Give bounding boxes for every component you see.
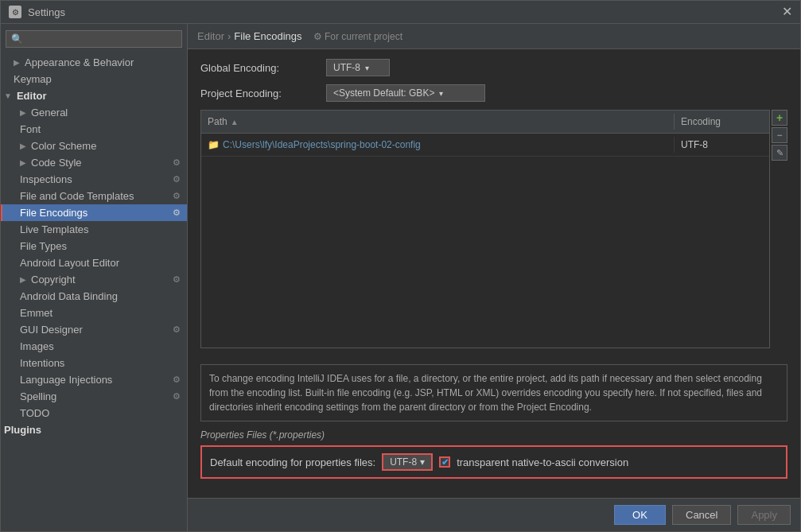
sidebar-item-label: Editor xyxy=(17,90,47,102)
sidebar-item-label: Spelling xyxy=(20,390,56,402)
settings-icon: ⚙ xyxy=(173,324,181,335)
sidebar-item-label: TODO xyxy=(20,407,49,419)
close-button[interactable]: ✕ xyxy=(782,6,792,18)
chevron-right-icon: ▶ xyxy=(20,275,26,284)
table-action-buttons: + − ✎ xyxy=(772,110,787,356)
project-encoding-row: Project Encoding: <System Default: GBK> … xyxy=(200,84,787,102)
sidebar-item-label: Plugins xyxy=(4,424,41,436)
sidebar-item-label: Images xyxy=(20,340,54,352)
sidebar-item-gui-designer[interactable]: GUI Designer ⚙ xyxy=(1,321,187,338)
encoding-value: UTF-8 xyxy=(681,139,708,150)
sidebar-item-keymap[interactable]: Keymap xyxy=(1,71,187,87)
breadcrumb-current: File Encodings xyxy=(234,30,301,42)
sidebar-item-font[interactable]: Font xyxy=(1,121,187,138)
sidebar-item-label: Intentions xyxy=(20,357,64,369)
sidebar-item-language-injections[interactable]: Language Injections ⚙ xyxy=(1,371,187,388)
project-encoding-value: <System Default: GBK> xyxy=(333,87,434,99)
sort-icon: ▲ xyxy=(231,118,239,126)
sidebar-item-color-scheme[interactable]: ▶ Color Scheme xyxy=(1,138,187,154)
sidebar-item-label: Live Templates xyxy=(20,223,88,235)
settings-icon: ⚙ xyxy=(173,191,181,201)
checkmark-icon: ✔ xyxy=(441,457,449,468)
sidebar-item-android-data-binding[interactable]: Android Data Binding xyxy=(1,288,187,305)
sidebar-item-label: Appearance & Behavior xyxy=(25,56,134,68)
global-encoding-value: UTF-8 xyxy=(333,62,360,73)
title-bar: ⚙ Settings ✕ xyxy=(1,1,800,24)
sidebar-item-label: Android Layout Editor xyxy=(20,257,119,269)
chevron-right-icon: ▶ xyxy=(20,142,26,150)
breadcrumb-parent: Editor xyxy=(197,30,224,42)
encodings-table: Path ▲ Encoding 📁 C:\Users\lfy\IdeaProje… xyxy=(200,110,770,348)
properties-encoding-dropdown[interactable]: UTF-8 ▾ xyxy=(382,453,433,471)
settings-icon: ⚙ xyxy=(173,391,181,402)
sidebar-item-file-encodings[interactable]: File Encodings ⚙ xyxy=(1,204,187,221)
add-row-button[interactable]: + xyxy=(772,110,787,126)
title-bar-left: ⚙ Settings xyxy=(9,6,65,18)
sidebar-item-android-layout-editor[interactable]: Android Layout Editor xyxy=(1,254,187,271)
sidebar-item-todo[interactable]: TODO xyxy=(1,405,187,421)
sidebar-item-label: Keymap xyxy=(14,73,52,85)
project-encoding-dropdown[interactable]: <System Default: GBK> ▾ xyxy=(326,84,485,102)
properties-section: Properties Files (*.properties) Default … xyxy=(200,429,787,479)
panel-header: Editor › File Encodings ⚙ For current pr… xyxy=(188,24,800,49)
table-row[interactable]: 📁 C:\Users\lfy\IdeaProjects\spring-boot-… xyxy=(201,134,769,157)
sidebar-item-plugins[interactable]: Plugins xyxy=(1,421,187,438)
sidebar-item-editor[interactable]: ▼ Editor xyxy=(1,87,187,104)
path-cell: 📁 C:\Users\lfy\IdeaProjects\spring-boot-… xyxy=(201,137,674,153)
sidebar: ▶ Appearance & Behavior Keymap ▼ Editor … xyxy=(1,24,188,531)
table-header: Path ▲ Encoding xyxy=(201,111,769,134)
sidebar-item-live-templates[interactable]: Live Templates xyxy=(1,221,187,238)
edit-row-button[interactable]: ✎ xyxy=(772,145,787,161)
sidebar-item-label: File Types xyxy=(20,240,67,252)
transparent-label: transparent native-to-ascii conversion xyxy=(457,456,628,468)
path-header-label: Path xyxy=(208,116,227,127)
sidebar-item-label: Inspections xyxy=(20,173,72,185)
cancel-button[interactable]: Cancel xyxy=(672,505,731,525)
description-content: To change encoding IntelliJ IDEA uses fo… xyxy=(209,373,762,413)
encoding-cell: UTF-8 xyxy=(674,137,769,153)
content-area: ▶ Appearance & Behavior Keymap ▼ Editor … xyxy=(1,24,800,531)
settings-icon: ⚙ xyxy=(173,157,181,168)
window-title: Settings xyxy=(28,6,65,18)
sidebar-item-appearance[interactable]: ▶ Appearance & Behavior xyxy=(1,54,187,71)
properties-row: Default encoding for properties files: U… xyxy=(200,445,787,479)
sidebar-item-general[interactable]: ▶ General xyxy=(1,104,187,121)
encoding-header-label: Encoding xyxy=(681,116,721,127)
properties-encoding-value: UTF-8 xyxy=(390,456,417,468)
sidebar-item-file-code-templates[interactable]: File and Code Templates ⚙ xyxy=(1,188,187,204)
dropdown-arrow-icon: ▾ xyxy=(420,456,425,468)
sidebar-item-label: Font xyxy=(20,123,41,135)
breadcrumb: Editor › File Encodings xyxy=(197,30,302,42)
apply-button[interactable]: Apply xyxy=(737,505,791,525)
sidebar-item-label: File Encodings xyxy=(20,207,87,219)
settings-icon: ⚙ xyxy=(173,174,181,184)
sidebar-item-file-types[interactable]: File Types xyxy=(1,238,187,254)
ok-button[interactable]: OK xyxy=(614,505,666,525)
settings-window: ⚙ Settings ✕ ▶ Appearance & Behavior Key… xyxy=(0,0,801,532)
sidebar-item-images[interactable]: Images xyxy=(1,338,187,355)
properties-title: Properties Files (*.properties) xyxy=(200,429,787,441)
active-indicator xyxy=(1,204,2,221)
sidebar-item-label: File and Code Templates xyxy=(20,190,134,202)
transparent-checkbox[interactable]: ✔ xyxy=(439,456,450,468)
sidebar-item-inspections[interactable]: Inspections ⚙ xyxy=(1,171,187,188)
project-encoding-label: Project Encoding: xyxy=(200,87,320,99)
search-input[interactable] xyxy=(6,30,182,48)
default-encoding-label: Default encoding for properties files: xyxy=(210,456,375,468)
remove-row-button[interactable]: − xyxy=(772,127,787,143)
window-icon: ⚙ xyxy=(9,6,21,18)
sidebar-item-code-style[interactable]: ▶ Code Style ⚙ xyxy=(1,154,187,171)
global-encoding-dropdown[interactable]: UTF-8 ▾ xyxy=(326,59,390,76)
folder-icon: 📁 xyxy=(208,139,220,150)
sidebar-item-intentions[interactable]: Intentions xyxy=(1,355,187,371)
sidebar-item-label: Copyright xyxy=(31,274,76,285)
sidebar-item-emmet[interactable]: Emmet xyxy=(1,305,187,321)
sidebar-item-copyright[interactable]: ▶ Copyright ⚙ xyxy=(1,271,187,288)
for-current-project-label: ⚙ For current project xyxy=(313,31,402,42)
main-panel: Editor › File Encodings ⚙ For current pr… xyxy=(188,24,800,531)
description-text: To change encoding IntelliJ IDEA uses fo… xyxy=(200,364,787,421)
bottom-bar: OK Cancel Apply xyxy=(188,498,800,531)
sidebar-item-spelling[interactable]: Spelling ⚙ xyxy=(1,388,187,405)
chevron-down-icon: ▼ xyxy=(4,91,12,100)
settings-icon: ⚙ xyxy=(173,274,181,285)
